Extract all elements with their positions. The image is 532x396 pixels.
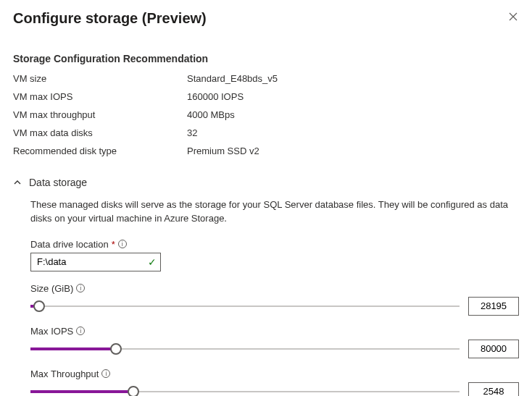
max-throughput-slider[interactable] [30,384,460,396]
size-value-input[interactable] [468,297,519,316]
chevron-up-icon [13,178,22,187]
drive-location-input[interactable] [30,253,161,271]
max-throughput-label: Max Throughput [30,368,99,379]
vm-max-iops-value: 160000 IOPS [187,91,519,102]
recommended-disk-type-value: Premium SSD v2 [187,146,519,156]
close-icon[interactable] [507,10,519,25]
info-icon[interactable]: i [76,327,85,335]
recommendation-heading: Storage Configuration Recommendation [13,53,519,64]
size-slider[interactable] [30,299,460,313]
size-slider-thumb[interactable] [33,300,45,312]
max-iops-label: Max IOPS [30,326,73,337]
vm-max-data-disks-value: 32 [187,127,519,138]
max-iops-value-input[interactable] [468,340,519,358]
data-storage-title: Data storage [29,177,87,188]
vm-max-iops-label: VM max IOPS [13,91,187,102]
vm-max-data-disks-label: VM max data disks [13,127,187,138]
max-throughput-slider-thumb[interactable] [128,386,139,396]
info-icon[interactable]: i [118,240,127,248]
size-label: Size (GiB) [30,283,73,294]
max-throughput-slider-fill [30,390,133,393]
page-title: Configure storage (Preview) [13,10,207,27]
vm-size-label: VM size [13,73,187,84]
max-iops-slider-thumb[interactable] [110,343,122,355]
vm-max-throughput-value: 4000 MBps [187,109,519,120]
recommended-disk-type-label: Recommended disk type [13,146,187,156]
drive-location-label: Data drive location [30,239,109,250]
recommendation-table: VM size Standard_E48bds_v5 VM max IOPS 1… [13,73,519,156]
max-iops-slider-fill [30,347,116,350]
checkmark-icon: ✓ [148,256,157,268]
max-throughput-value-input[interactable] [468,382,519,396]
required-star: * [112,239,115,250]
max-iops-slider[interactable] [30,342,460,356]
info-icon[interactable]: i [76,284,85,292]
vm-size-value: Standard_E48bds_v5 [187,73,519,84]
data-storage-expander[interactable]: Data storage [13,177,519,188]
data-storage-description: These managed disks will serve as the st… [30,198,509,226]
vm-max-throughput-label: VM max throughput [13,109,187,120]
info-icon[interactable]: i [101,369,110,378]
